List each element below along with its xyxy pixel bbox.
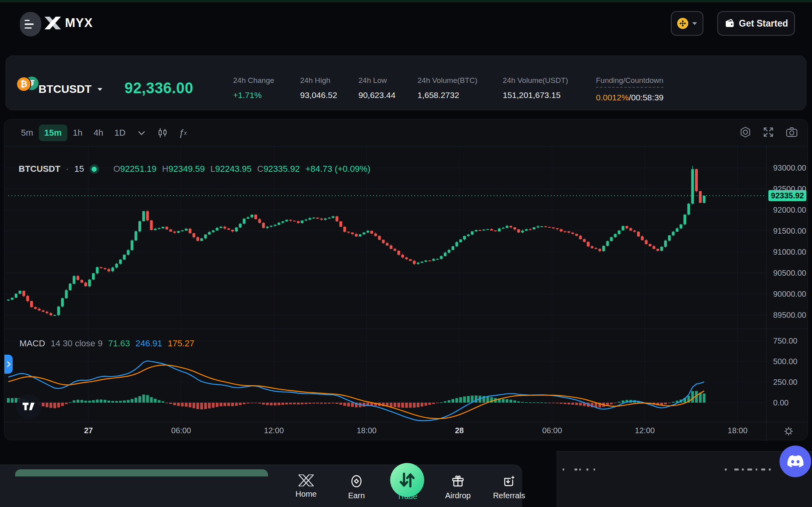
network-selector-button[interactable] xyxy=(671,11,703,36)
stat-value: +1.71% xyxy=(233,90,274,100)
myx-home-icon xyxy=(299,474,314,486)
bnb-coin-icon xyxy=(677,18,688,29)
nav-item-earn[interactable]: Earn xyxy=(333,474,380,500)
chevron-down-icon xyxy=(98,88,102,91)
ticker-bar: ₮ ₿ BTCUSDT 92,336.00 24h Change +1.71% … xyxy=(6,56,806,110)
clipped-text-fragment xyxy=(761,469,765,471)
macd-name: MACD xyxy=(19,338,45,349)
macd-tick: 500.00 xyxy=(773,357,797,366)
chart-legend: BTCUSDT · 15 O92251.19 H92349.59 L92243.… xyxy=(19,164,370,174)
price-tick: 90500.00 xyxy=(773,269,806,278)
legend-change: +84.73 (+0.09%) xyxy=(305,164,370,174)
timezone-settings-sun-icon[interactable] xyxy=(782,425,795,439)
price-tick: 92500.00 xyxy=(773,184,806,194)
clipped-text-fragment xyxy=(734,469,739,471)
clipped-text-fragment xyxy=(747,469,752,471)
nav-label-trade: Trade xyxy=(397,492,417,501)
stat-value: 1,658.2732 xyxy=(417,90,477,100)
time-tick: 28 xyxy=(455,426,463,435)
tradingview-logo[interactable] xyxy=(16,394,42,419)
macd-signal-value: 175.27 xyxy=(168,338,194,349)
nav-label: Referrals xyxy=(493,491,525,500)
legend-low: 92243.95 xyxy=(215,164,252,174)
stat-value: 90,623.44 xyxy=(358,90,395,100)
panel-collapse-toggle[interactable] xyxy=(4,355,13,374)
wallet-icon xyxy=(724,19,735,28)
stat-24h-high: 24h High 93,046.52 xyxy=(300,76,337,100)
time-axis[interactable]: 2706:0012:0018:002806:0012:0018:00 xyxy=(4,422,766,440)
brand-logo[interactable]: MYX xyxy=(44,16,93,30)
referrals-icon xyxy=(502,474,516,488)
nav-item-home[interactable]: Home xyxy=(282,474,330,499)
btc-icon: ₿ xyxy=(16,77,31,92)
stat-funding-countdown[interactable]: Funding/Countdown 0.0012%/00:58:39 xyxy=(596,76,664,103)
discord-fab-icon[interactable] xyxy=(779,446,811,477)
clipped-text-fragment xyxy=(742,469,744,471)
airdrop-gift-icon xyxy=(451,474,465,488)
top-accent-strip xyxy=(0,0,812,2)
chevron-down-icon xyxy=(692,22,697,25)
time-tick: 12:00 xyxy=(635,426,655,435)
clipped-text-fragment xyxy=(594,469,595,471)
market-status-dot[interactable] xyxy=(90,164,99,174)
price-tick: 90000.00 xyxy=(773,290,806,299)
stat-24h-low: 24h Low 90,623.44 xyxy=(358,76,395,100)
legend-separator: · xyxy=(66,164,69,174)
stat-24h-volume-btc: 24h Volume(BTC) 1,658.2732 xyxy=(417,76,477,100)
legend-symbol: BTCUSDT xyxy=(19,164,60,174)
macd-hist-value: 71.63 xyxy=(108,338,130,349)
macd-tick: 750.00 xyxy=(773,336,797,346)
stat-label: 24h Low xyxy=(358,76,395,85)
funding-rate: 0.0012% xyxy=(596,93,629,102)
price-tick: 89500.00 xyxy=(773,311,806,320)
stat-value: 151,201,673.15 xyxy=(503,90,568,100)
stat-label: 24h Volume(BTC) xyxy=(417,76,477,85)
macd-legend: MACD 14 30 close 9 71.63 246.91 175.27 xyxy=(19,338,194,349)
stat-label: 24h Volume(USDT) xyxy=(503,76,568,85)
funding-countdown: /00:58:39 xyxy=(629,93,664,102)
nav-label: Airdrop xyxy=(445,491,471,500)
macd-line-value: 246.91 xyxy=(136,338,162,349)
price-tick: 91000.00 xyxy=(773,248,806,257)
get-started-button[interactable]: Get Started xyxy=(717,11,795,36)
last-price: 92,336.00 xyxy=(124,80,193,97)
clipped-text-fragment xyxy=(725,469,727,471)
time-tick: 06:00 xyxy=(542,426,562,435)
legend-high: 92349.59 xyxy=(169,164,205,174)
price-tick: 92000.00 xyxy=(773,205,806,215)
nav-item-referrals[interactable]: Referrals xyxy=(485,474,533,500)
stat-label: 24h High xyxy=(300,76,337,85)
nav-label: Home xyxy=(295,490,316,499)
time-tick: 06:00 xyxy=(171,426,191,435)
legend-open: 92251.19 xyxy=(120,164,157,174)
brand-name: MYX xyxy=(65,16,93,30)
clipped-text-fragment xyxy=(756,469,757,471)
clipped-text-fragment xyxy=(575,469,577,471)
chart-panel: 5m 15m 1h 4h 1D ƒx xyxy=(4,119,808,440)
stat-value: 93,046.52 xyxy=(300,90,337,100)
clipped-text-fragment xyxy=(769,469,771,471)
price-axis[interactable]: 92335.92 93000.0092500.0092000.0091500.0… xyxy=(767,119,808,441)
earn-icon xyxy=(350,474,363,488)
nav-label: Earn xyxy=(348,491,365,500)
clipped-text-fragment xyxy=(586,469,588,471)
app: MYX Get xyxy=(0,0,812,507)
trade-sheet-primary-button-clipped[interactable] xyxy=(15,469,268,476)
clipped-text-fragment xyxy=(563,469,564,471)
menu-hamburger-icon[interactable] xyxy=(20,12,41,36)
time-tick: 27 xyxy=(84,426,93,435)
stat-label: 24h Change xyxy=(233,76,274,85)
macd-params: 14 30 close 9 xyxy=(51,338,103,349)
clipped-text-fragment xyxy=(579,469,581,471)
myx-x-icon xyxy=(44,17,61,29)
price-tick: 91500.00 xyxy=(773,227,806,236)
macd-tick: 0.00 xyxy=(773,398,789,407)
get-started-label: Get Started xyxy=(739,18,788,29)
time-tick: 18:00 xyxy=(357,426,377,435)
stat-24h-change: 24h Change +1.71% xyxy=(233,76,274,100)
nav-item-airdrop[interactable]: Airdrop xyxy=(434,474,482,500)
stat-24h-volume-usdt: 24h Volume(USDT) 151,201,673.15 xyxy=(503,76,568,100)
time-tick: 18:00 xyxy=(728,426,747,435)
legend-close: 92335.92 xyxy=(263,164,300,174)
price-tick: 93000.00 xyxy=(773,163,806,173)
